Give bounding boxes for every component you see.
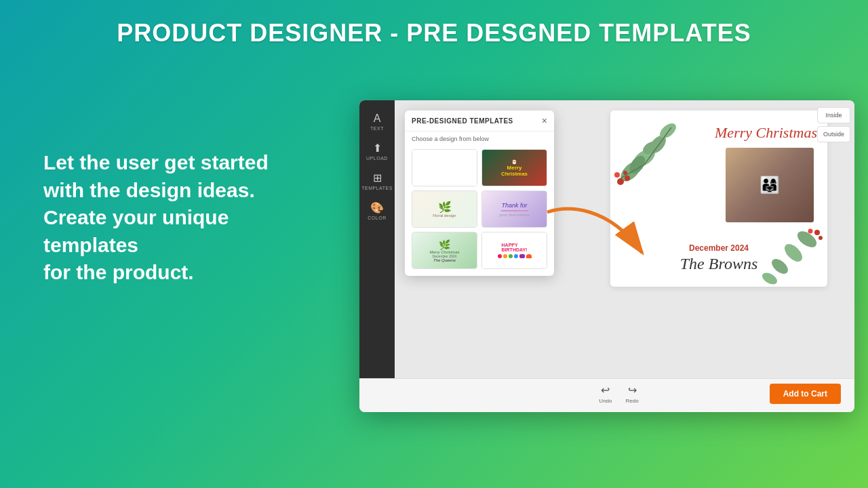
- modal-title: PRE-DESIGNED TEMPLATES: [412, 117, 513, 125]
- template-thankyou[interactable]: Thank for your kind wishes: [481, 190, 547, 228]
- upload-icon: ⬆: [373, 142, 382, 155]
- template-christmas[interactable]: 🎅MerryChristmas: [481, 149, 547, 186]
- template-floral[interactable]: 🌿 Floral design: [412, 190, 477, 228]
- sidebar-item-upload[interactable]: ⬆ UPLOAD: [359, 136, 395, 166]
- undo-redo-controls: ↩ Undo ↪ Redo: [599, 384, 638, 404]
- svg-point-16: [760, 270, 779, 287]
- window-body: A TEXT ⬆ UPLOAD ⊞ TEMPLATES 🎨 COLOR PRE-…: [359, 100, 854, 378]
- card-family-name: The Browns: [680, 255, 757, 273]
- modal-header: PRE-DESIGNED TEMPLATES ×: [405, 110, 554, 131]
- left-text-line3: Create your unique templates: [43, 204, 328, 259]
- svg-point-17: [814, 230, 820, 235]
- svg-point-14: [781, 241, 805, 264]
- color-icon: 🎨: [370, 201, 384, 214]
- template-happy-birthday[interactable]: HAPPYBIRTHDAY!: [481, 232, 547, 269]
- sidebar-item-text[interactable]: A TEXT: [359, 107, 395, 136]
- svg-point-18: [808, 229, 813, 234]
- templates-icon: ⊞: [373, 171, 382, 184]
- text-icon: A: [374, 113, 381, 125]
- add-to-cart-button[interactable]: Add to Cart: [770, 384, 841, 404]
- bottom-bar: ↩ Undo ↪ Redo Add to Cart: [359, 378, 854, 412]
- left-text-line4: for the product.: [43, 259, 328, 287]
- outside-button[interactable]: Outside: [817, 126, 850, 142]
- left-description: Let the user get started with the design…: [43, 149, 328, 287]
- modal-close-button[interactable]: ×: [542, 116, 547, 125]
- template-blank[interactable]: [412, 149, 477, 186]
- branch-top-left-decoration: [610, 110, 698, 199]
- branch-bottom-right-decoration: [760, 226, 827, 287]
- card-preview: Merry Christmas 👨‍👩‍👧 December 2024 The …: [610, 110, 827, 287]
- template-grid: 🎅MerryChristmas 🌿 Floral design: [405, 145, 554, 276]
- modal-subtitle: Choose a design from below: [405, 131, 554, 145]
- svg-point-19: [818, 236, 823, 240]
- page-title: PRODUCT DESIGNER - PRE DESGNED TEMPLATES: [0, 0, 868, 47]
- svg-point-7: [617, 178, 624, 185]
- redo-button[interactable]: ↪ Redo: [625, 384, 638, 404]
- card-photo: 👨‍👩‍👧: [726, 148, 814, 222]
- svg-point-8: [625, 176, 630, 181]
- svg-point-9: [614, 172, 620, 178]
- template-merry2[interactable]: 🌿 Merry Christmas December 2024 The Quee…: [412, 232, 477, 269]
- left-text-line2: with the design ideas.: [43, 177, 328, 205]
- undo-button[interactable]: ↩ Undo: [599, 384, 612, 404]
- card-month: December 2024: [689, 243, 749, 253]
- sidebar-item-templates[interactable]: ⊞ TEMPLATES: [359, 166, 395, 196]
- designer-window: A TEXT ⬆ UPLOAD ⊞ TEMPLATES 🎨 COLOR PRE-…: [359, 100, 854, 412]
- photo-placeholder: 👨‍👩‍👧: [726, 148, 814, 222]
- redo-label: Redo: [625, 398, 638, 404]
- card-preview-panel: Merry Christmas 👨‍👩‍👧 December 2024 The …: [610, 110, 827, 287]
- sidebar: A TEXT ⬆ UPLOAD ⊞ TEMPLATES 🎨 COLOR: [359, 100, 395, 378]
- undo-icon: ↩: [601, 384, 610, 396]
- sidebar-item-color[interactable]: 🎨 COLOR: [359, 196, 395, 226]
- inside-button[interactable]: Inside: [817, 107, 850, 123]
- left-text-line1: Let the user get started: [43, 149, 328, 177]
- center-area: PRE-DESIGNED TEMPLATES × Choose a design…: [395, 100, 854, 378]
- template-modal: PRE-DESIGNED TEMPLATES × Choose a design…: [405, 110, 554, 276]
- undo-label: Undo: [599, 398, 612, 404]
- svg-point-15: [769, 256, 791, 277]
- redo-icon: ↪: [628, 384, 637, 396]
- side-buttons: Inside Outside: [813, 107, 854, 142]
- card-title: Merry Christmas: [715, 124, 817, 142]
